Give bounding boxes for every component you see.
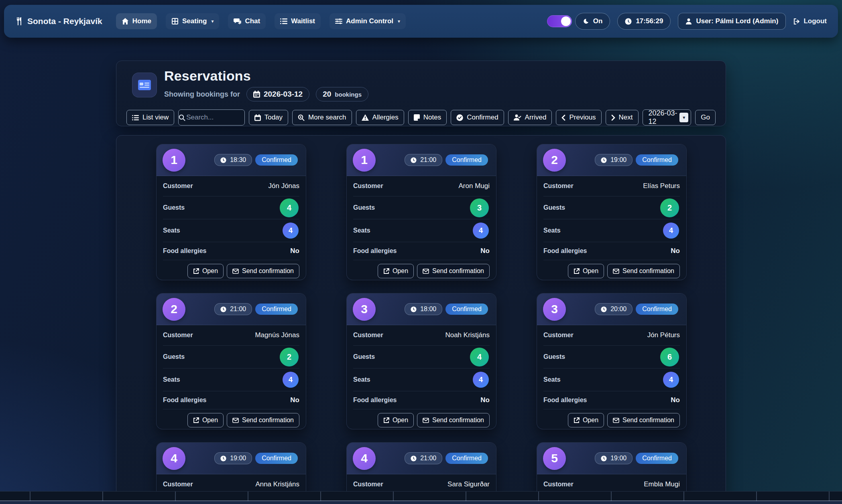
search-input[interactable] — [185, 113, 245, 122]
chevron-down-icon: ▾ — [211, 18, 214, 24]
brand[interactable]: Sonota - Reykjavík — [15, 16, 102, 26]
guests-count-badge: 4 — [470, 348, 489, 366]
table-number-badge: 1 — [163, 149, 185, 172]
calendar-icon — [253, 91, 260, 98]
seats-count-badge: 4 — [663, 372, 679, 388]
guests-label: Guests — [353, 204, 375, 211]
customer-label: Customer — [163, 182, 193, 190]
guests-label: Guests — [543, 204, 565, 211]
sliders-icon — [335, 18, 342, 25]
confirmed-filter-button[interactable]: Confirmed — [451, 110, 504, 125]
food-allergies-label: Food allergies — [163, 397, 206, 404]
food-allergies-value: No — [671, 396, 680, 404]
open-button[interactable]: Open — [568, 413, 604, 427]
reservation-card: 3 20:00 Confirmed Customer Jón Péturs Gu… — [537, 293, 687, 429]
card-body: Customer Jón Péturs Guests 6 Seats 4 Foo… — [537, 325, 686, 429]
nav-item-admin-control[interactable]: Admin Control ▾ — [329, 13, 406, 29]
send-confirmation-button[interactable]: Send confirmation — [607, 264, 680, 278]
food-allergies-value: No — [480, 396, 490, 404]
external-link-icon — [383, 417, 389, 423]
food-allergies-label: Food allergies — [163, 247, 206, 255]
nav-items: Home Seating ▾ Chat Waitlist Admin Contr… — [116, 13, 406, 29]
arrived-filter-button[interactable]: Arrived — [508, 110, 552, 125]
seats-count-badge: 4 — [473, 372, 489, 388]
seats-count-badge: 4 — [663, 223, 679, 239]
envelope-icon — [613, 269, 619, 274]
today-button[interactable]: Today — [249, 110, 288, 125]
envelope-icon — [232, 269, 239, 274]
logout-button[interactable]: Logout — [793, 17, 827, 25]
external-link-icon — [193, 268, 199, 274]
fork-knife-icon — [15, 17, 23, 26]
customer-name: Embla Mugi — [644, 480, 680, 488]
status-badge: Confirmed — [636, 154, 678, 166]
send-confirmation-button[interactable]: Send confirmation — [227, 264, 299, 278]
user-menu[interactable]: User: Pálmi Lord (Admin) — [678, 13, 786, 30]
status-badge: Confirmed — [255, 453, 298, 464]
open-button[interactable]: Open — [187, 264, 224, 278]
warning-triangle-icon — [362, 114, 369, 121]
time-badge: 20:00 — [595, 303, 633, 315]
time-badge: 21:00 — [214, 303, 252, 315]
go-button[interactable]: Go — [695, 110, 716, 125]
reservations-header-panel: Reservations Showing bookings for 2026-0… — [116, 61, 726, 126]
page-title: Reservations — [164, 68, 368, 84]
send-confirmation-button[interactable]: Send confirmation — [227, 413, 299, 427]
food-allergies-label: Food allergies — [543, 397, 587, 404]
date-select[interactable]: 2026-03-12 ▾ — [643, 109, 691, 125]
seats-count-badge: 4 — [283, 372, 299, 388]
previous-day-button[interactable]: Previous — [556, 110, 601, 125]
nav-item-waitlist[interactable]: Waitlist — [275, 13, 321, 29]
cards-grid: 1 18:30 Confirmed Customer Jón Jónas Gue… — [156, 144, 686, 504]
navbar-right: On 17:56:29 User: Pálmi Lord (Admin) Log… — [547, 13, 827, 30]
card-header: 2 19:00 Confirmed — [537, 144, 686, 176]
reservation-card: 2 19:00 Confirmed Customer Elías Peturs … — [537, 144, 687, 280]
clock-icon — [601, 157, 607, 163]
status-badge: Confirmed — [636, 304, 678, 315]
status-badge: Confirmed — [255, 304, 298, 315]
select-caret: ▾ — [679, 113, 688, 122]
reservation-card: 1 18:30 Confirmed Customer Jón Jónas Gue… — [156, 144, 306, 280]
nav-item-seating[interactable]: Seating ▾ — [166, 13, 219, 29]
open-button[interactable]: Open — [187, 413, 224, 427]
send-confirmation-button[interactable]: Send confirmation — [607, 413, 680, 427]
reservation-card: 2 21:00 Confirmed Customer Magnús Jónas … — [156, 293, 306, 429]
card-header: 4 19:00 Confirmed — [157, 443, 306, 474]
open-button[interactable]: Open — [568, 264, 604, 278]
list-view-button[interactable]: List view — [126, 110, 174, 125]
customer-name: Elías Peturs — [643, 182, 680, 190]
guests-count-badge: 3 — [470, 198, 489, 217]
reservation-card: 3 18:00 Confirmed Customer Noah Kristján… — [346, 293, 496, 429]
open-button[interactable]: Open — [378, 413, 414, 427]
seats-label: Seats — [543, 376, 561, 383]
customer-label: Customer — [543, 332, 574, 339]
notes-filter-button[interactable]: Notes — [408, 110, 447, 125]
time-badge: 19:00 — [214, 452, 252, 464]
food-allergies-label: Food allergies — [353, 397, 397, 404]
more-search-button[interactable]: More search — [292, 110, 352, 125]
time-badge: 21:00 — [405, 154, 442, 166]
send-confirmation-button[interactable]: Send confirmation — [417, 264, 490, 278]
card-header: 5 19:00 Confirmed — [537, 443, 686, 474]
send-confirmation-button[interactable]: Send confirmation — [417, 413, 490, 427]
external-link-icon — [574, 417, 580, 423]
card-header: 3 18:00 Confirmed — [347, 293, 496, 325]
chevron-down-icon: ▾ — [398, 18, 400, 24]
allergies-filter-button[interactable]: Allergies — [356, 110, 404, 125]
table-number-badge: 1 — [353, 149, 376, 172]
open-button[interactable]: Open — [378, 264, 414, 278]
time-badge: 18:00 — [405, 303, 442, 315]
reservations-icon-badge — [132, 73, 157, 97]
moon-icon — [583, 18, 589, 24]
status-badge: Confirmed — [445, 453, 488, 464]
seats-count-badge: 4 — [283, 223, 299, 239]
next-day-button[interactable]: Next — [606, 110, 639, 125]
nav-item-chat[interactable]: Chat — [228, 13, 266, 29]
nav-item-home[interactable]: Home — [116, 13, 157, 29]
clock-icon — [220, 306, 226, 312]
food-allergies-label: Food allergies — [543, 247, 587, 255]
table-grid-icon — [171, 18, 179, 25]
dark-mode-toggle[interactable] — [547, 15, 572, 27]
status-badge: Confirmed — [636, 453, 678, 464]
table-number-badge: 2 — [163, 298, 185, 321]
